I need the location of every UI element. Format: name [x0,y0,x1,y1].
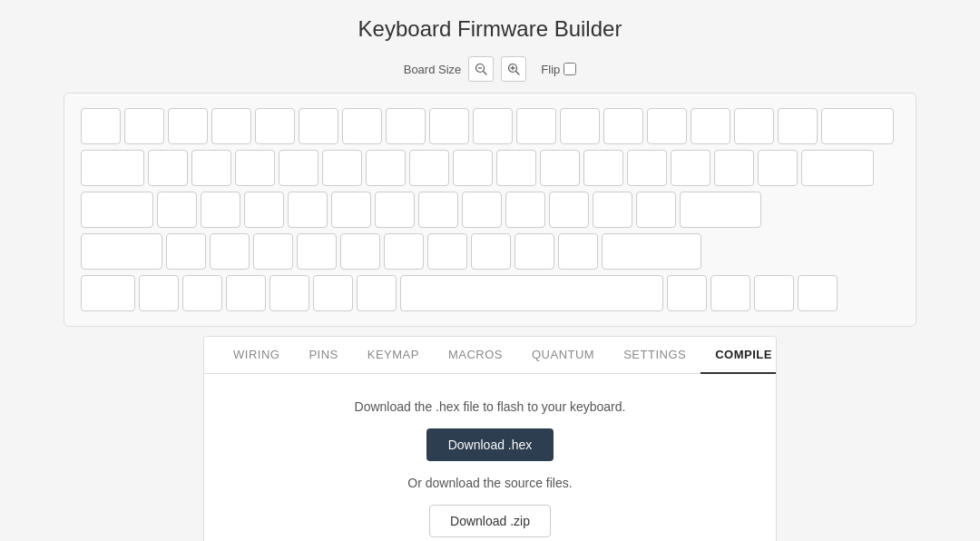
key[interactable] [471,233,511,270]
tab-wiring[interactable]: WIRING [219,337,294,374]
key[interactable] [549,192,589,228]
key[interactable] [124,108,164,144]
key[interactable] [409,150,449,186]
key[interactable] [81,192,153,228]
key[interactable] [560,108,600,144]
key[interactable] [244,192,284,228]
key[interactable] [734,108,774,144]
key[interactable] [427,233,467,270]
key-row-2 [81,150,899,186]
key[interactable] [505,192,545,228]
key[interactable] [583,150,623,186]
download-zip-button[interactable]: Download .zip [429,505,551,537]
key[interactable] [496,150,536,186]
key[interactable] [279,150,318,186]
key[interactable] [798,275,838,311]
key[interactable] [81,150,144,186]
download-hex-button[interactable]: Download .hex [426,428,554,461]
key[interactable] [714,150,754,186]
flip-label: Flip [541,63,560,76]
tab-pins[interactable]: PINS [294,337,352,374]
key[interactable] [384,233,424,270]
key[interactable] [593,192,632,228]
flip-checkbox[interactable] [564,63,576,75]
key[interactable] [191,150,231,186]
zoom-in-button[interactable] [501,56,526,82]
key[interactable] [201,192,240,228]
key[interactable] [342,108,382,144]
key[interactable] [386,108,426,144]
svg-line-2 [484,72,487,75]
key[interactable] [636,192,676,228]
key[interactable] [671,150,710,186]
key[interactable] [453,150,493,186]
svg-line-6 [516,72,520,75]
key-row-1 [81,108,899,144]
tab-compile[interactable]: COMPILE [701,337,777,374]
key[interactable] [255,108,295,144]
zoom-out-icon [475,63,487,75]
key[interactable] [691,108,730,144]
key[interactable] [299,108,338,144]
zoom-out-button[interactable] [468,56,494,82]
key[interactable] [81,275,135,311]
key[interactable] [235,150,275,186]
tab-macros[interactable]: MACROS [434,337,517,374]
key[interactable] [168,108,208,144]
spacebar-key[interactable] [400,275,663,311]
zoom-in-icon [507,63,520,75]
key[interactable] [139,275,179,311]
key[interactable] [210,233,250,270]
key[interactable] [418,192,458,228]
key[interactable] [331,192,371,228]
key[interactable] [558,233,598,270]
key[interactable] [801,150,874,186]
board-size-label: Board Size [404,63,462,76]
tab-quantum[interactable]: QUANTUM [517,337,609,374]
key[interactable] [211,108,251,144]
key[interactable] [253,233,293,270]
tab-keymap[interactable]: KEYMAP [353,337,434,374]
tab-panel: WIRING PINS KEYMAP MACROS QUANTUM SETTIN… [203,336,777,541]
key[interactable] [288,192,328,228]
key[interactable] [366,150,406,186]
key[interactable] [340,233,380,270]
key[interactable] [758,150,798,186]
key[interactable] [473,108,513,144]
key[interactable] [462,192,502,228]
compile-description: Download the .hex file to flash to your … [355,399,626,414]
key[interactable] [297,233,337,270]
board-size-row: Board Size Flip [0,56,980,82]
key[interactable] [710,275,750,311]
key[interactable] [627,150,667,186]
key[interactable] [313,275,353,311]
key[interactable] [540,150,580,186]
key[interactable] [270,275,309,311]
keyboard-layout [64,93,916,327]
key-row-3 [81,192,899,228]
key[interactable] [429,108,469,144]
compile-tab-content: Download the .hex file to flash to your … [204,374,776,541]
key[interactable] [157,192,197,228]
key[interactable] [226,275,266,311]
key[interactable] [322,150,362,186]
key[interactable] [148,150,188,186]
key[interactable] [667,275,707,311]
key[interactable] [680,192,761,228]
tab-settings[interactable]: SETTINGS [609,337,701,374]
key[interactable] [516,108,556,144]
tab-bar: WIRING PINS KEYMAP MACROS QUANTUM SETTIN… [204,337,776,374]
key[interactable] [166,233,206,270]
key[interactable] [514,233,554,270]
key[interactable] [647,108,687,144]
key[interactable] [754,275,794,311]
key[interactable] [81,233,162,270]
key[interactable] [81,108,121,144]
key[interactable] [357,275,397,311]
key[interactable] [821,108,894,144]
key[interactable] [603,108,643,144]
key[interactable] [375,192,415,228]
key[interactable] [778,108,818,144]
key[interactable] [182,275,222,311]
key[interactable] [602,233,701,270]
